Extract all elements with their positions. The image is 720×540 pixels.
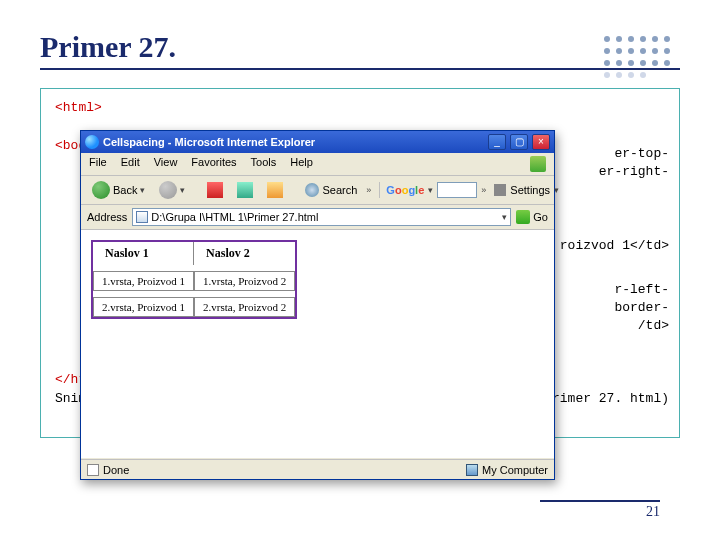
menu-edit[interactable]: Edit xyxy=(121,156,140,172)
table-header-2: Naslov 2 xyxy=(194,242,295,265)
address-label: Address xyxy=(87,211,127,223)
chevron-down-icon: ▾ xyxy=(140,185,145,195)
menu-file[interactable]: File xyxy=(89,156,107,172)
menu-view[interactable]: View xyxy=(154,156,178,172)
menu-help[interactable]: Help xyxy=(290,156,313,172)
my-computer-icon xyxy=(466,464,478,476)
cell: 2.vrsta, Proizvod 1 xyxy=(93,297,194,317)
menu-tools[interactable]: Tools xyxy=(251,156,277,172)
google-overflow-icon[interactable]: » xyxy=(481,185,486,195)
chevron-down-icon[interactable]: ▾ xyxy=(554,185,559,195)
cell: 1.vrsta, Proizvod 1 xyxy=(93,271,194,291)
address-input[interactable]: D:\Grupa I\HTML 1\Primer 27.html ▾ xyxy=(132,208,511,226)
decorative-dots xyxy=(604,36,676,92)
toolbar-overflow-icon[interactable]: » xyxy=(366,185,371,195)
go-icon xyxy=(516,210,530,224)
status-done: Done xyxy=(103,464,129,476)
home-icon xyxy=(267,182,283,198)
sample-table: Naslov 1 Naslov 2 1.vrsta, Proizvod 1 1.… xyxy=(91,240,297,319)
chevron-down-icon: ▾ xyxy=(180,185,185,195)
ie-logo-icon xyxy=(85,135,99,149)
code-frag-border-left: r-left- xyxy=(614,281,669,300)
refresh-icon xyxy=(237,182,253,198)
window-title: Cellspacing - Microsoft Internet Explore… xyxy=(103,136,484,148)
code-frag-tdclose: /td> xyxy=(638,317,669,336)
table-row: 1.vrsta, Proizvod 1 1.vrsta, Proizvod 2 xyxy=(93,271,295,291)
refresh-button[interactable] xyxy=(232,179,258,201)
back-button[interactable]: Back ▾ xyxy=(87,179,150,201)
code-frag-border: border- xyxy=(607,299,669,318)
status-bar: Done My Computer xyxy=(81,459,554,479)
gear-icon xyxy=(494,184,506,196)
code-frag-td1: roizvod 1</td> xyxy=(560,237,669,256)
forward-button[interactable]: ▾ xyxy=(154,179,190,201)
page-number: 21 xyxy=(540,500,660,520)
google-search-input[interactable] xyxy=(437,182,477,198)
settings-label[interactable]: Settings xyxy=(510,184,550,196)
google-toolbar: Google ▾ » Settings ▾ xyxy=(379,182,559,198)
address-value: D:\Grupa I\HTML 1\Primer 27.html xyxy=(151,211,499,223)
search-icon xyxy=(305,183,319,197)
toolbar: Back ▾ ▾ Search » Google ▾ » Settings ▾ xyxy=(81,176,554,205)
menu-favorites[interactable]: Favorites xyxy=(191,156,236,172)
go-button[interactable]: Go xyxy=(516,210,548,224)
back-label: Back xyxy=(113,184,137,196)
address-bar: Address D:\Grupa I\HTML 1\Primer 27.html… xyxy=(81,205,554,230)
slide-title: Primer 27. xyxy=(40,30,680,70)
windows-flag-icon xyxy=(530,156,546,172)
stop-icon xyxy=(207,182,223,198)
code-html-open: <html> xyxy=(55,100,102,115)
titlebar[interactable]: Cellspacing - Microsoft Internet Explore… xyxy=(81,131,554,153)
close-button[interactable]: × xyxy=(532,134,550,150)
code-save-path: \Primer 27. html) xyxy=(536,390,669,409)
stop-button[interactable] xyxy=(202,179,228,201)
cell: 2.vrsta, Proizvod 2 xyxy=(194,297,295,317)
maximize-button[interactable]: ▢ xyxy=(510,134,528,150)
status-zone: My Computer xyxy=(482,464,548,476)
code-frag-border-right: er-right- xyxy=(599,163,669,182)
forward-icon xyxy=(159,181,177,199)
menubar: File Edit View Favorites Tools Help xyxy=(81,153,554,176)
search-button[interactable]: Search xyxy=(300,179,362,201)
address-dropdown-icon[interactable]: ▾ xyxy=(502,212,507,222)
home-button[interactable] xyxy=(262,179,288,201)
table-header-1: Naslov 1 xyxy=(93,242,194,265)
table-row: 2.vrsta, Proizvod 1 2.vrsta, Proizvod 2 xyxy=(93,297,295,317)
minimize-button[interactable]: _ xyxy=(488,134,506,150)
cell: 1.vrsta, Proizvod 2 xyxy=(194,271,295,291)
google-dropdown-icon[interactable]: ▾ xyxy=(428,185,433,195)
code-frag-border-top: er-top- xyxy=(614,145,669,164)
ie-window: Cellspacing - Microsoft Internet Explore… xyxy=(80,130,555,480)
done-icon xyxy=(87,464,99,476)
search-label: Search xyxy=(322,184,357,196)
back-icon xyxy=(92,181,110,199)
browser-viewport[interactable]: Naslov 1 Naslov 2 1.vrsta, Proizvod 1 1.… xyxy=(81,230,554,458)
google-logo[interactable]: Google xyxy=(386,184,424,196)
document-icon xyxy=(136,211,148,223)
go-label: Go xyxy=(533,211,548,223)
